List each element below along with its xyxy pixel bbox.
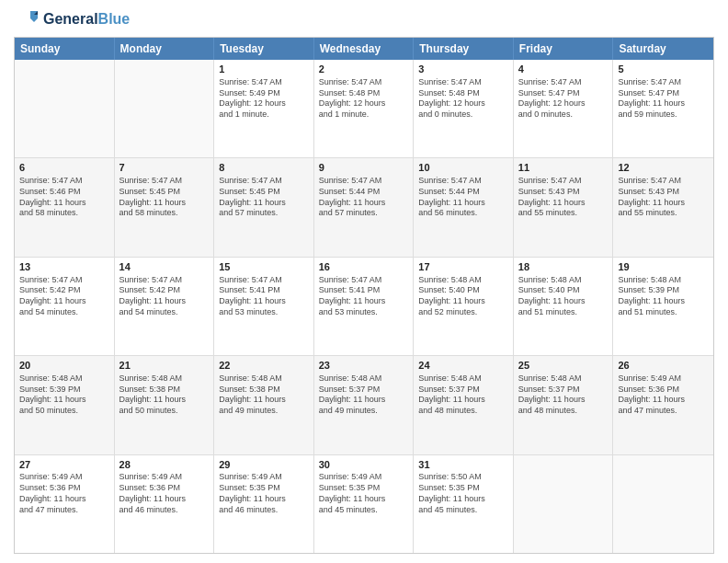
calendar-header-day: Monday bbox=[115, 38, 215, 60]
day-info-text: Sunset: 5:36 PM bbox=[19, 483, 109, 494]
day-info-text: Sunset: 5:41 PM bbox=[319, 285, 409, 296]
day-info-text: Sunset: 5:35 PM bbox=[319, 483, 409, 494]
calendar-day-cell: 2Sunrise: 5:47 AMSunset: 5:48 PMDaylight… bbox=[314, 60, 415, 157]
day-info-text: Sunset: 5:37 PM bbox=[319, 385, 409, 396]
day-info-text: Sunset: 5:38 PM bbox=[219, 385, 309, 396]
day-info-text: Sunset: 5:38 PM bbox=[119, 385, 210, 396]
day-info-text: and 0 minutes. bbox=[418, 109, 508, 121]
day-info-text: Sunrise: 5:48 AM bbox=[518, 373, 609, 385]
day-number: 16 bbox=[319, 260, 409, 274]
day-info-text: Sunrise: 5:49 AM bbox=[618, 373, 709, 385]
day-number: 2 bbox=[319, 63, 409, 76]
day-info-text: Daylight: 11 hours bbox=[418, 494, 508, 505]
day-info-text: Sunrise: 5:48 AM bbox=[219, 373, 309, 385]
calendar-day-cell: 18Sunrise: 5:48 AMSunset: 5:40 PMDayligh… bbox=[514, 258, 614, 355]
day-info-text: Daylight: 11 hours bbox=[319, 198, 409, 209]
calendar-header-day: Tuesday bbox=[214, 38, 314, 60]
day-info-text: Daylight: 11 hours bbox=[119, 395, 210, 406]
day-info-text: and 49 minutes. bbox=[319, 406, 409, 417]
day-info-text: Sunrise: 5:48 AM bbox=[119, 373, 210, 385]
day-info-text: Sunset: 5:36 PM bbox=[119, 483, 210, 494]
calendar-day-cell: 12Sunrise: 5:47 AMSunset: 5:43 PMDayligh… bbox=[613, 158, 713, 256]
day-info-text: Sunrise: 5:47 AM bbox=[618, 77, 709, 88]
day-info-text: and 49 minutes. bbox=[219, 406, 309, 417]
day-info-text: Sunrise: 5:49 AM bbox=[319, 472, 409, 483]
logo-general: General bbox=[43, 11, 98, 27]
day-info-text: Sunrise: 5:47 AM bbox=[618, 176, 709, 187]
calendar-day-cell: 13Sunrise: 5:47 AMSunset: 5:42 PMDayligh… bbox=[15, 258, 115, 355]
day-info-text: Sunrise: 5:47 AM bbox=[518, 77, 609, 88]
day-info-text: and 55 minutes. bbox=[618, 208, 709, 219]
day-number: 22 bbox=[219, 359, 309, 373]
day-number: 4 bbox=[518, 63, 609, 76]
day-info-text: and 51 minutes. bbox=[518, 307, 609, 318]
calendar-header-day: Sunday bbox=[15, 38, 115, 60]
day-info-text: Sunrise: 5:48 AM bbox=[418, 275, 508, 286]
day-number: 26 bbox=[618, 359, 709, 373]
day-info-text: Sunset: 5:45 PM bbox=[219, 187, 309, 198]
day-info-text: and 57 minutes. bbox=[219, 208, 309, 219]
day-number: 8 bbox=[219, 161, 309, 175]
day-info-text: Daylight: 11 hours bbox=[618, 198, 709, 209]
day-info-text: Daylight: 11 hours bbox=[418, 395, 508, 406]
day-info-text: and 0 minutes. bbox=[518, 109, 609, 121]
day-info-text: Sunrise: 5:49 AM bbox=[19, 472, 109, 483]
calendar-body: 1Sunrise: 5:47 AMSunset: 5:49 PMDaylight… bbox=[15, 60, 713, 553]
day-info-text: Sunset: 5:49 PM bbox=[219, 88, 309, 99]
day-number: 13 bbox=[19, 260, 109, 274]
logo: GeneralBlue bbox=[14, 9, 130, 31]
day-info-text: Sunrise: 5:48 AM bbox=[319, 373, 409, 385]
day-info-text: and 51 minutes. bbox=[618, 307, 709, 318]
day-info-text: Sunset: 5:40 PM bbox=[518, 285, 609, 296]
calendar-day-cell: 30Sunrise: 5:49 AMSunset: 5:35 PMDayligh… bbox=[314, 455, 415, 553]
day-info-text: and 1 minute. bbox=[319, 109, 409, 121]
calendar-header-day: Friday bbox=[514, 38, 614, 60]
day-info-text: and 1 minute. bbox=[219, 109, 309, 121]
day-info-text: Daylight: 12 hours bbox=[418, 98, 508, 109]
day-info-text: Sunrise: 5:47 AM bbox=[518, 176, 609, 187]
calendar-day-cell: 4Sunrise: 5:47 AMSunset: 5:47 PMDaylight… bbox=[514, 60, 614, 157]
day-info-text: Sunset: 5:39 PM bbox=[19, 385, 109, 396]
calendar-day-cell: 26Sunrise: 5:49 AMSunset: 5:36 PMDayligh… bbox=[613, 356, 713, 454]
day-info-text: and 59 minutes. bbox=[618, 109, 709, 121]
day-info-text: Daylight: 11 hours bbox=[119, 198, 210, 209]
calendar-day-cell: 21Sunrise: 5:48 AMSunset: 5:38 PMDayligh… bbox=[115, 356, 215, 454]
day-number: 30 bbox=[319, 458, 409, 472]
calendar-header-day: Thursday bbox=[414, 38, 514, 60]
calendar-day-cell: 15Sunrise: 5:47 AMSunset: 5:41 PMDayligh… bbox=[214, 258, 314, 355]
day-number: 10 bbox=[418, 161, 508, 175]
day-info-text: Sunrise: 5:50 AM bbox=[418, 472, 508, 483]
calendar-day-cell: 25Sunrise: 5:48 AMSunset: 5:37 PMDayligh… bbox=[514, 356, 614, 454]
day-info-text: Daylight: 12 hours bbox=[518, 98, 609, 109]
day-number: 24 bbox=[418, 359, 508, 373]
day-number: 11 bbox=[518, 161, 609, 175]
day-info-text: Sunset: 5:48 PM bbox=[418, 88, 508, 99]
day-info-text: Sunset: 5:42 PM bbox=[119, 285, 210, 296]
day-number: 27 bbox=[19, 458, 109, 472]
day-info-text: Sunset: 5:47 PM bbox=[518, 88, 609, 99]
calendar-header-day: Wednesday bbox=[314, 38, 415, 60]
calendar-day-cell: 20Sunrise: 5:48 AMSunset: 5:39 PMDayligh… bbox=[15, 356, 115, 454]
day-info-text: Sunset: 5:42 PM bbox=[19, 285, 109, 296]
day-info-text: and 58 minutes. bbox=[19, 208, 109, 219]
day-number: 23 bbox=[319, 359, 409, 373]
calendar-header-day: Saturday bbox=[613, 38, 713, 60]
logo-blue: Blue bbox=[98, 11, 131, 27]
day-info-text: Daylight: 11 hours bbox=[418, 198, 508, 209]
day-number: 21 bbox=[119, 359, 210, 373]
day-info-text: Sunset: 5:35 PM bbox=[418, 483, 508, 494]
day-info-text: Daylight: 11 hours bbox=[219, 395, 309, 406]
day-info-text: Daylight: 12 hours bbox=[319, 98, 409, 109]
day-info-text: Daylight: 11 hours bbox=[418, 296, 508, 307]
header: GeneralBlue bbox=[14, 9, 714, 31]
day-info-text: Sunrise: 5:48 AM bbox=[518, 275, 609, 286]
day-info-text: Daylight: 11 hours bbox=[618, 296, 709, 307]
day-info-text: Daylight: 11 hours bbox=[119, 296, 210, 307]
day-info-text: Daylight: 11 hours bbox=[19, 198, 109, 209]
logo-svg bbox=[14, 9, 40, 29]
calendar-day-cell: 28Sunrise: 5:49 AMSunset: 5:36 PMDayligh… bbox=[115, 455, 215, 553]
day-info-text: Sunset: 5:37 PM bbox=[518, 385, 609, 396]
calendar-week-row: 6Sunrise: 5:47 AMSunset: 5:46 PMDaylight… bbox=[15, 157, 713, 256]
day-info-text: Sunset: 5:40 PM bbox=[418, 285, 508, 296]
day-info-text: Sunrise: 5:47 AM bbox=[219, 77, 309, 88]
